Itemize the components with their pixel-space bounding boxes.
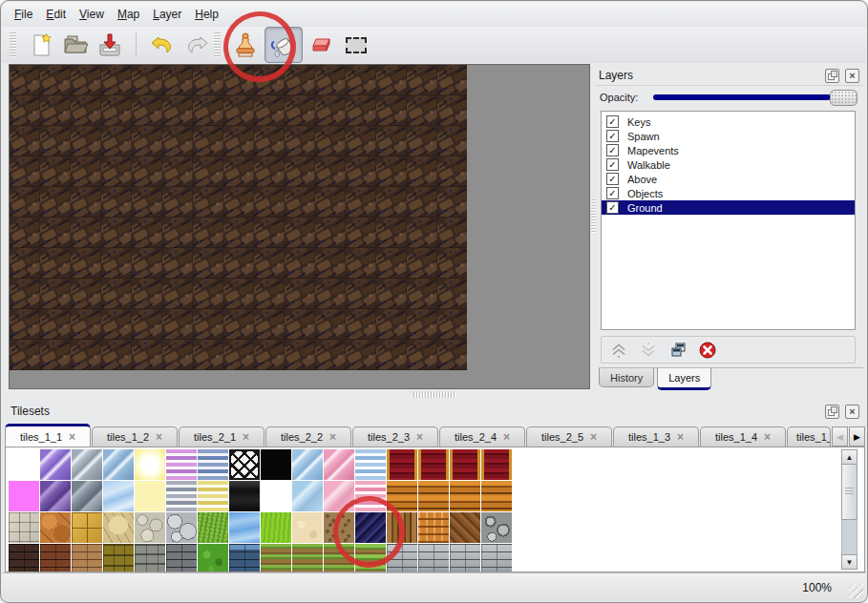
tile-brick-dark[interactable]	[9, 544, 39, 572]
tile-herringbone[interactable]	[450, 512, 480, 543]
opacity-slider[interactable]	[651, 90, 857, 105]
horizontal-splitter-grip[interactable]	[413, 391, 455, 398]
stamp-tool-button[interactable]	[230, 30, 261, 60]
tile-navy-tile[interactable]	[355, 512, 386, 543]
menu-item-edit[interactable]: Edit	[46, 8, 66, 21]
scrollbar-track[interactable]	[841, 520, 857, 554]
close-tab-icon[interactable]: ×	[243, 431, 249, 443]
tile-stripes-pink[interactable]	[166, 449, 197, 480]
delete-layer-button[interactable]	[698, 341, 717, 360]
close-tab-icon[interactable]: ×	[329, 431, 336, 443]
tile-wood-orange[interactable]	[450, 481, 480, 511]
tile-brick-wall[interactable]	[387, 544, 417, 572]
tile-stripes-yellow[interactable]	[198, 481, 228, 511]
tab-layers[interactable]: Layers	[657, 368, 711, 390]
tile-weave-orange[interactable]	[418, 512, 449, 543]
tile-grass-mid[interactable]	[198, 512, 228, 543]
tileset-tab-tiles_1_2[interactable]: tiles_1_2×	[92, 426, 178, 447]
resize-grip[interactable]	[849, 584, 863, 598]
tile-farm-rows[interactable]	[324, 544, 354, 572]
toolbar-drag-handle[interactable]	[10, 32, 16, 57]
tile-pebbles[interactable]	[135, 512, 165, 543]
tile-farm-rows[interactable]	[292, 544, 323, 572]
tile-empty[interactable]	[9, 449, 39, 480]
save-file-button[interactable]	[95, 30, 125, 60]
layer-row-above[interactable]: ✓Above	[602, 172, 855, 186]
menu-item-view[interactable]: View	[79, 8, 104, 21]
tile-grass-bright[interactable]	[261, 512, 291, 543]
tile-wood-orange[interactable]	[418, 481, 449, 511]
tile-stone-olive[interactable]	[103, 544, 134, 572]
tile-brick-gray[interactable]	[166, 544, 197, 572]
tab-scroll-left-button[interactable]: ◀	[832, 426, 848, 447]
menu-item-layer[interactable]: Layer	[153, 8, 181, 21]
tile-empty[interactable]	[261, 481, 291, 511]
undo-button[interactable]	[147, 30, 178, 60]
tile-water-blue[interactable]	[229, 512, 260, 543]
tile-glass-blue-light[interactable]	[292, 481, 323, 511]
tile-wood-orange[interactable]	[481, 481, 512, 511]
map-canvas[interactable]	[9, 64, 590, 389]
tile-stone-blocks[interactable]	[9, 512, 39, 543]
scroll-up-button[interactable]: ▲	[841, 449, 857, 465]
tile-tiles-gold[interactable]	[72, 512, 102, 543]
palette-scrollbar[interactable]: ▲ ▼	[841, 449, 857, 570]
tile-stone-gray2[interactable]	[135, 544, 165, 572]
tile-wood-orange[interactable]	[387, 481, 417, 511]
tile-glass-blue2[interactable]	[292, 449, 323, 480]
tile-pale-yellow[interactable]	[135, 481, 165, 511]
close-tab-icon[interactable]: ×	[590, 431, 597, 443]
new-file-button[interactable]	[26, 30, 56, 60]
tile-glass-gray-dark[interactable]	[72, 481, 102, 511]
tileset-tab-tiles_2_3[interactable]: tiles_2_3×	[352, 426, 438, 447]
eraser-tool-button[interactable]	[307, 30, 337, 60]
redo-button[interactable]	[181, 30, 212, 60]
rect-select-tool-button[interactable]	[341, 30, 371, 60]
tileset-tab-tiles_1[interactable]: tiles_1_	[787, 426, 831, 447]
tile-lattice[interactable]	[229, 449, 260, 480]
tileset-tab-tiles_1_1[interactable]: tiles_1_1×	[5, 424, 91, 447]
tab-scroll-right-button[interactable]: ▶	[849, 426, 865, 447]
float-panel-icon[interactable]	[825, 405, 839, 419]
open-file-button[interactable]	[60, 30, 91, 60]
layer-row-mapevents[interactable]: ✓Mapevents	[602, 143, 855, 157]
float-panel-icon[interactable]	[825, 69, 839, 83]
layer-row-keys[interactable]: ✓Keys	[602, 114, 855, 129]
tile-stripes-gray[interactable]	[166, 481, 197, 511]
tile-hedge[interactable]	[198, 544, 228, 572]
tile-dirt-dots[interactable]	[324, 512, 354, 543]
tile-glass-purple-dark[interactable]	[40, 481, 71, 511]
tile-stone-orange[interactable]	[40, 512, 71, 543]
tileset-tab-tiles_1_3[interactable]: tiles_1_3×	[613, 426, 699, 447]
tile-glass-pink[interactable]	[324, 449, 354, 480]
close-tab-icon[interactable]: ×	[416, 431, 423, 443]
menu-item-file[interactable]: File	[14, 8, 32, 21]
move-layer-up-button[interactable]	[609, 341, 628, 360]
tile-metal-plate[interactable]	[229, 481, 260, 511]
tab-history[interactable]: History	[599, 368, 654, 387]
tile-glass-purple[interactable]	[40, 449, 71, 480]
tile-stripes-blue[interactable]	[198, 449, 228, 480]
tile-brick-wall[interactable]	[481, 544, 512, 572]
tile-brick-wall[interactable]	[418, 544, 449, 572]
tileset-tab-tiles_1_4[interactable]: tiles_1_4×	[700, 426, 786, 447]
horizontal-splitter[interactable]	[1, 389, 867, 400]
tile-brick-blue[interactable]	[229, 544, 260, 572]
tileset-tab-tiles_2_1[interactable]: tiles_2_1×	[179, 426, 265, 447]
toolbar-drag-handle[interactable]	[214, 32, 221, 57]
tile-farm-rows2[interactable]	[355, 544, 386, 572]
layer-visibility-checkbox[interactable]: ✓	[606, 201, 619, 214]
close-tab-icon[interactable]: ×	[156, 431, 162, 443]
scrollbar-thumb[interactable]	[841, 465, 857, 520]
tile-carpet-red[interactable]	[481, 449, 512, 480]
layer-visibility-checkbox[interactable]: ✓	[606, 115, 619, 128]
layer-row-spawn[interactable]: ✓Spawn	[602, 129, 855, 143]
scroll-down-button[interactable]: ▼	[841, 554, 857, 570]
tile-brick-brown[interactable]	[40, 544, 71, 572]
close-panel-icon[interactable]: ×	[845, 69, 859, 83]
layer-visibility-checkbox[interactable]: ✓	[606, 173, 619, 185]
tile-brick-tan[interactable]	[72, 544, 102, 572]
layer-row-walkable[interactable]: ✓Walkable	[602, 157, 855, 172]
close-tab-icon[interactable]: ×	[69, 431, 75, 443]
tile-carpet-red[interactable]	[387, 449, 417, 480]
